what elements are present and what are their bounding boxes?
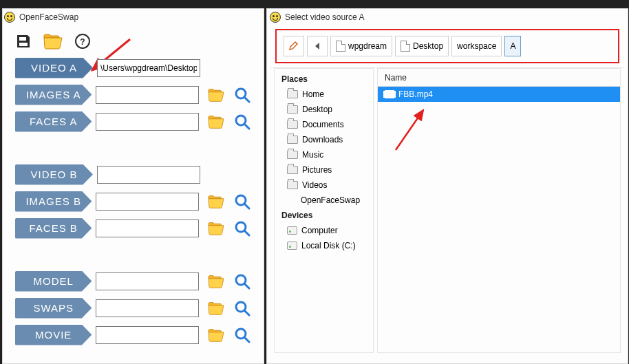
place-label: Videos (302, 180, 327, 190)
row-video-a: VIDEO A (15, 54, 251, 81)
place-downloads[interactable]: Downloads (277, 132, 370, 147)
place-openfaceswap[interactable]: OpenFaceSwap (277, 193, 370, 208)
video-a-input[interactable] (97, 59, 200, 77)
movie-preview-icon[interactable] (233, 326, 251, 344)
files-pane: Name FBB.mp4 (377, 68, 621, 353)
folder-icon (287, 120, 298, 129)
row-faces-b: FACES B (15, 215, 251, 242)
svg-line-4 (244, 97, 249, 102)
file-row-fbb[interactable]: FBB.mp4 (378, 87, 620, 102)
movie-browse-icon[interactable] (207, 326, 225, 344)
row-images-a: IMAGES A (15, 81, 251, 108)
place-label: Documents (302, 120, 344, 129)
faces-b-button[interactable]: FACES B (15, 218, 92, 239)
video-b-input[interactable] (97, 166, 200, 184)
row-model: MODEL (15, 268, 251, 295)
open-folder-icon[interactable] (43, 32, 63, 50)
images-a-input[interactable] (96, 86, 199, 104)
place-desktop[interactable]: Desktop (277, 102, 370, 117)
breadcrumb-label: A (510, 41, 515, 51)
window-title: OpenFaceSwap (19, 12, 78, 22)
save-icon[interactable] (15, 33, 32, 50)
images-b-input[interactable] (96, 193, 199, 211)
swaps-browse-icon[interactable] (207, 299, 225, 317)
model-button[interactable]: MODEL (15, 271, 92, 292)
breadcrumb-workspace[interactable]: workspace (451, 36, 502, 56)
faces-a-preview-icon[interactable] (233, 113, 251, 131)
movie-button[interactable]: MOVIE (15, 325, 92, 345)
svg-line-10 (244, 231, 249, 235)
place-music[interactable]: Music (277, 147, 370, 162)
folder-icon (287, 90, 298, 98)
files-column-header[interactable]: Name (378, 69, 620, 87)
app-icon (4, 12, 15, 23)
images-b-button[interactable]: IMAGES B (15, 191, 92, 212)
movie-input[interactable] (96, 326, 199, 344)
video-b-button[interactable]: VIDEO B (15, 164, 93, 185)
place-label: Computer (301, 226, 338, 235)
places-pane: Places Home Desktop Documents Downloads … (274, 68, 374, 353)
folder-icon (287, 136, 298, 144)
place-label: Pictures (302, 165, 332, 175)
place-pictures[interactable]: Pictures (277, 162, 370, 178)
device-disk-c[interactable]: Local Disk (C:) (277, 238, 370, 253)
images-b-browse-icon[interactable] (207, 193, 225, 211)
swaps-button[interactable]: SWAPS (15, 298, 92, 319)
place-label: Music (302, 150, 323, 160)
breadcrumb-label: workspace (457, 41, 496, 51)
faces-a-button[interactable]: FACES A (15, 111, 92, 132)
main-toolbar: ? (3, 25, 264, 54)
place-home[interactable]: Home (277, 87, 370, 102)
window-titlebar: OpenFaceSwap (3, 9, 264, 25)
faces-b-preview-icon[interactable] (233, 220, 251, 237)
images-a-button[interactable]: IMAGES A (15, 85, 92, 105)
devices-header: Devices (277, 208, 370, 223)
faces-b-browse-icon[interactable] (207, 220, 225, 237)
svg-rect-0 (23, 37, 25, 40)
model-preview-icon[interactable] (233, 272, 251, 290)
breadcrumb-a[interactable]: A (504, 36, 521, 56)
swaps-input[interactable] (96, 299, 199, 317)
breadcrumb-label: Desktop (413, 41, 443, 51)
place-label: Home (302, 89, 324, 99)
svg-line-14 (244, 310, 249, 315)
breadcrumb-nav: wpgdream Desktop workspace A (284, 36, 611, 56)
breadcrumb-frame: wpgdream Desktop workspace A (275, 29, 619, 63)
file-dialog: Select video source A wpgdream Desktop w… (266, 8, 628, 364)
images-b-preview-icon[interactable] (233, 193, 251, 211)
file-icon (336, 41, 345, 52)
form-area: VIDEO A IMAGES A FACES A VIDEO B IMAGES … (3, 54, 264, 348)
video-a-button[interactable]: VIDEO A (15, 58, 93, 78)
breadcrumb-label: wpgdream (348, 41, 387, 51)
place-label: Downloads (302, 135, 343, 144)
row-movie: MOVIE (15, 321, 251, 348)
row-swaps: SWAPS (15, 295, 251, 321)
model-input[interactable] (96, 272, 199, 290)
faces-b-input[interactable] (96, 220, 199, 237)
places-header: Places (277, 72, 370, 87)
svg-line-6 (244, 124, 249, 129)
pencil-icon (288, 40, 299, 53)
openfaceswap-window: OpenFaceSwap ? VIDEO A IMAGES A FACES A (2, 8, 264, 364)
svg-text:?: ? (80, 37, 85, 47)
folder-icon (287, 151, 298, 159)
place-videos[interactable]: Videos (277, 178, 370, 193)
place-label: Local Disk (C:) (301, 241, 356, 250)
images-a-preview-icon[interactable] (233, 86, 251, 104)
svg-line-16 (244, 337, 249, 342)
breadcrumb-wpgdream[interactable]: wpgdream (330, 36, 392, 56)
swaps-preview-icon[interactable] (233, 299, 251, 317)
faces-a-input[interactable] (96, 113, 199, 131)
device-computer[interactable]: Computer (277, 223, 370, 238)
breadcrumb-desktop[interactable]: Desktop (395, 36, 449, 56)
file-name: FBB.mp4 (398, 89, 433, 99)
edit-path-button[interactable] (284, 36, 304, 56)
images-a-browse-icon[interactable] (207, 86, 225, 104)
help-icon[interactable]: ? (74, 33, 91, 50)
faces-a-browse-icon[interactable] (207, 113, 225, 131)
place-documents[interactable]: Documents (277, 117, 370, 132)
file-icon (401, 41, 410, 52)
place-label: Desktop (302, 105, 332, 114)
nav-back-button[interactable] (307, 36, 328, 56)
model-browse-icon[interactable] (207, 272, 225, 290)
